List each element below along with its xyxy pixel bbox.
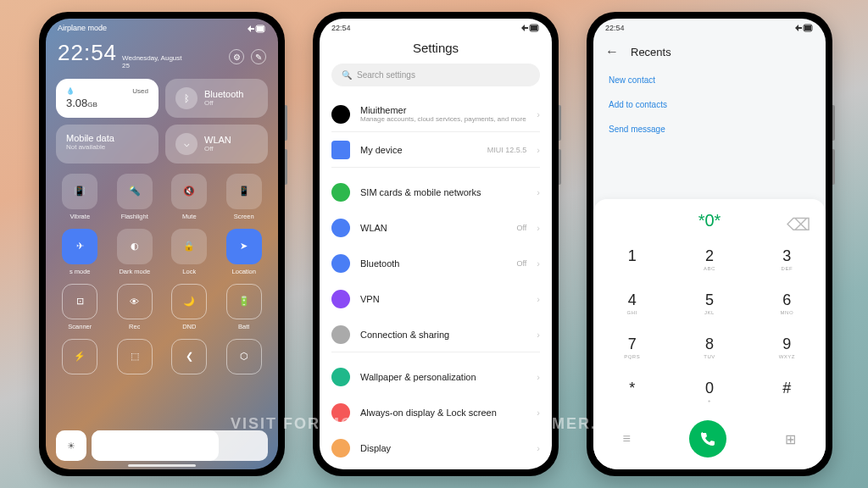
tile-flashlight[interactable]: 🔦Flashlight [111, 174, 159, 220]
settings-icon [331, 325, 350, 344]
settings-icon [331, 254, 350, 273]
tile-mute[interactable]: 🔇Mute [165, 174, 214, 220]
tile-extra[interactable]: ⬡ [220, 339, 269, 374]
tile-screen[interactable]: 📱Screen [220, 174, 269, 220]
settings-icon [331, 439, 350, 458]
key-0[interactable]: 0+ [670, 369, 748, 413]
tile-icon: ⚡ [62, 339, 97, 374]
chevron-right-icon: › [537, 187, 540, 197]
tile-icon: 🔇 [171, 174, 207, 209]
dialer-action[interactable]: Add to contacts [609, 92, 810, 117]
bluetooth-card[interactable]: ᛒBluetoothOff [165, 79, 268, 118]
dialer-action[interactable]: New contact [609, 68, 810, 92]
bluetooth-icon: ᛒ [175, 87, 198, 109]
key-5[interactable]: 5JKL [670, 281, 748, 325]
gear-icon[interactable]: ⚙ [229, 49, 244, 64]
key-#[interactable]: # [748, 369, 826, 413]
settings-item[interactable]: WLANOff› [320, 210, 552, 246]
key-2[interactable]: 2ABC [670, 237, 748, 281]
tile-icon: 🔒 [171, 229, 207, 264]
key-8[interactable]: 8TUV [670, 325, 748, 369]
wifi-icon: ⌵ [175, 133, 198, 155]
dialer-action[interactable]: Send message [609, 117, 810, 141]
tile-location[interactable]: ➤Location [220, 229, 269, 275]
mobile-data-card[interactable]: Mobile dataNot available [56, 125, 159, 164]
search-input[interactable]: 🔍Search settings [331, 64, 540, 86]
phone-dialer: 22:54 ← Recents New contactAdd to contac… [587, 12, 832, 476]
settings-icon [331, 290, 350, 308]
tile-icon: ✈ [62, 229, 97, 264]
tile-icon: ⬚ [117, 339, 153, 374]
key-3[interactable]: 3DEF [748, 237, 826, 281]
status-bar: 22:54 [593, 19, 826, 36]
tile-scanner[interactable]: ⊡Scanner [56, 284, 104, 330]
tile-icon: ❮ [171, 339, 207, 374]
tile-icon: 🌙 [171, 284, 207, 319]
auto-brightness-toggle[interactable]: ☀ [56, 430, 86, 461]
profile-item[interactable]: MiuithemerManage accounts, cloud service… [320, 97, 552, 132]
keypad-toggle-icon[interactable]: ⊞ [785, 431, 796, 447]
settings-item[interactable]: BluetoothOff› [320, 246, 552, 281]
tile-rec[interactable]: 👁Rec [111, 284, 159, 330]
svg-rect-5 [804, 25, 811, 30]
svg-rect-3 [531, 25, 537, 30]
chevron-right-icon: › [537, 372, 540, 382]
chevron-right-icon: › [537, 443, 540, 453]
edit-icon[interactable]: ✎ [251, 49, 266, 64]
backspace-icon[interactable]: ⌫ [787, 214, 810, 235]
tile-icon: ➤ [226, 229, 262, 264]
settings-item[interactable]: Connection & sharing› [320, 317, 552, 352]
settings-item[interactable]: Wallpaper & personalization› [320, 359, 552, 395]
chevron-right-icon: › [537, 109, 540, 119]
status-bar: Airplane mode [46, 19, 278, 33]
tile-extra[interactable]: ⚡ [56, 339, 104, 374]
tile-lock[interactable]: 🔒Lock [165, 229, 214, 275]
settings-item[interactable]: SIM cards & mobile networks› [320, 175, 552, 210]
settings-icon [331, 219, 350, 237]
clock-time: 22:54 [58, 40, 117, 66]
battery-icon [795, 24, 814, 34]
avatar [331, 105, 350, 124]
chevron-right-icon: › [537, 294, 540, 304]
tile-dnd[interactable]: 🌙DND [165, 284, 214, 330]
tile-icon: ◐ [117, 229, 153, 264]
tile-extra[interactable]: ❮ [165, 339, 214, 374]
search-icon: 🔍 [342, 70, 352, 80]
brightness-slider[interactable] [92, 430, 268, 461]
key-7[interactable]: 7PQRS [593, 325, 670, 369]
tile-icon: 🔦 [117, 174, 153, 209]
wlan-card[interactable]: ⌵WLANOff [165, 125, 268, 164]
settings-item[interactable]: VPN› [320, 281, 552, 317]
page-title: Settings [320, 36, 552, 64]
settings-icon [331, 368, 350, 386]
tile-vibrate[interactable]: 📳Vibrate [56, 174, 104, 220]
key-6[interactable]: 6MNO [748, 281, 826, 325]
settings-item[interactable]: Display› [320, 430, 552, 466]
battery-icon [248, 24, 266, 33]
settings-icon [331, 141, 350, 159]
clock-date: Wednesday, August25 [122, 54, 181, 70]
settings-icon [331, 183, 350, 202]
tile-batt[interactable]: 🔋Batt [220, 284, 269, 330]
key-4[interactable]: 4GHI [593, 281, 670, 325]
tile-icon: 📱 [226, 174, 262, 209]
key-*[interactable]: * [593, 369, 670, 413]
svg-rect-1 [257, 26, 264, 31]
tile-s-mode[interactable]: ✈s mode [56, 229, 104, 275]
tile-icon: 👁 [117, 284, 153, 319]
key-1[interactable]: 1 [593, 237, 670, 281]
home-indicator[interactable] [128, 464, 196, 467]
chevron-right-icon: › [537, 145, 540, 155]
tile-icon: ⊡ [62, 284, 97, 319]
settings-item[interactable]: My deviceMIUI 12.5.5› [320, 132, 552, 168]
phone-settings: 22:54 Settings 🔍Search settings Miuithem… [313, 12, 559, 476]
back-button[interactable]: ← [605, 44, 619, 59]
status-bar: 22:54 [320, 19, 552, 36]
key-9[interactable]: 9WXYZ [748, 325, 826, 369]
tile-dark-mode[interactable]: ◐Dark mode [111, 229, 159, 275]
cleaner-card[interactable]: 💧Used 3.08GB [56, 79, 159, 118]
menu-icon[interactable]: ≡ [623, 431, 631, 446]
page-title: Recents [631, 46, 671, 58]
status-text: Airplane mode [58, 24, 107, 32]
tile-extra[interactable]: ⬚ [111, 339, 159, 374]
